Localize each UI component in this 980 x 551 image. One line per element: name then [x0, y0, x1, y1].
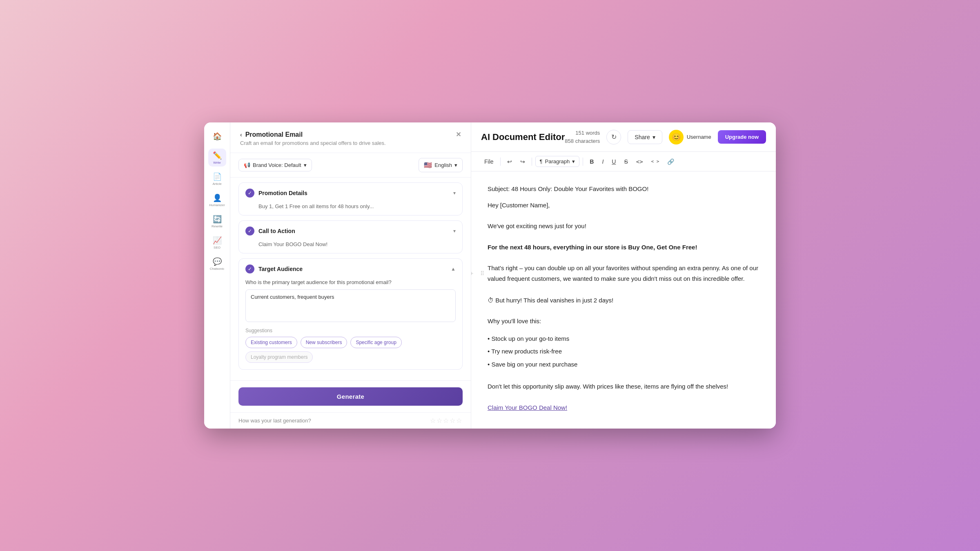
- promotion-preview: Buy 1, Get 1 Free on all items for 48 ho…: [239, 203, 462, 215]
- cta-anchor[interactable]: Claim Your BOGO Deal Now!: [488, 404, 567, 411]
- redo-button[interactable]: ↪: [517, 156, 528, 167]
- spacer-5: [488, 311, 760, 316]
- sidebar-item-chatsonic-label: Chatsonic: [210, 267, 225, 271]
- divider-3: [583, 158, 583, 166]
- check-icon-cta: ✓: [245, 227, 254, 236]
- language-label: English: [434, 162, 452, 168]
- generate-button[interactable]: Generate: [238, 387, 463, 406]
- char-count-value: 858 characters: [565, 137, 600, 145]
- bullet-1: Stock up on your go-to items: [488, 332, 760, 345]
- suggestion-age-group[interactable]: Specific age group: [350, 337, 401, 348]
- share-button[interactable]: Share ▾: [628, 130, 662, 144]
- target-audience-input[interactable]: Current customers, frequent buyers: [245, 289, 456, 322]
- sidebar-item-rewrite-label: Rewrite: [212, 224, 223, 228]
- user-name: Username: [687, 134, 711, 140]
- section-title-row: ✓ Promotion Details: [245, 189, 307, 198]
- format-toolbar: File ↩ ↪ ¶ Paragraph ▾ B I U S <> < > 🔗: [471, 152, 776, 171]
- ta-content: Who is the primary target audience for t…: [239, 279, 462, 369]
- refresh-button[interactable]: ↻: [606, 130, 621, 144]
- italic-button[interactable]: I: [599, 156, 607, 167]
- home-icon: 🏠: [213, 132, 222, 141]
- para-drag-button[interactable]: ⠿: [478, 269, 487, 278]
- sidebar-item-article[interactable]: 📄 Article: [208, 170, 226, 188]
- cta-title: Call to Action: [258, 228, 295, 234]
- left-panel: ‹ Promotional Email ✕ Craft an email for…: [230, 122, 471, 429]
- timer-icon: ⏱: [488, 297, 494, 304]
- suggestion-new-subscribers[interactable]: New subscribers: [301, 337, 347, 348]
- check-icon-promotion: ✓: [245, 189, 254, 198]
- spacer-7: [488, 398, 760, 402]
- para-controls: ＋ ⠿: [471, 269, 487, 278]
- panel-content: ✓ Promotion Details ▾ Buy 1, Get 1 Free …: [230, 178, 471, 380]
- promotion-details-header[interactable]: ✓ Promotion Details ▾: [239, 183, 462, 203]
- greeting-line: Hey [Customer Name],: [488, 200, 760, 211]
- spacer-6: [488, 376, 760, 381]
- language-button[interactable]: 🇺🇸 English ▾: [419, 158, 463, 172]
- suggestions-label: Suggestions: [245, 328, 456, 333]
- paragraph-select[interactable]: ¶ Paragraph ▾: [535, 156, 580, 167]
- cta-title-row: ✓ Call to Action: [245, 227, 295, 236]
- generate-row: Generate: [230, 380, 471, 412]
- urgency-text: But hurry! This deal vanishes in just 2 …: [495, 297, 613, 304]
- promotion-chevron-icon: ▾: [453, 190, 456, 196]
- spacer-2: [488, 237, 760, 242]
- target-audience-header[interactable]: ✓ Target Audience ▲: [239, 259, 462, 279]
- strikethrough-button[interactable]: S: [621, 156, 631, 167]
- sidebar-item-humanizer[interactable]: 👤 Humanizer: [208, 191, 226, 209]
- body-paragraph: ＋ ⠿ That's right – you can double up on …: [488, 263, 760, 284]
- toolbar-row: 📢 Brand Voice: Default ▾ 🇺🇸 English ▾: [230, 153, 471, 178]
- seo-icon: 📈: [213, 236, 222, 245]
- highlight-line: For the next 48 hours, everything in our…: [488, 242, 760, 253]
- file-menu[interactable]: File: [481, 156, 497, 167]
- brand-voice-label: Brand Voice: Default: [253, 162, 301, 168]
- panel-title: Promotional Email: [245, 131, 303, 138]
- opening-line: We've got exciting news just for you!: [488, 221, 760, 231]
- share-chevron-icon: ▾: [653, 134, 655, 140]
- share-label: Share: [635, 134, 650, 140]
- inline-code-button[interactable]: <>: [633, 156, 646, 167]
- sidebar-item-chatsonic[interactable]: 💬 Chatsonic: [208, 255, 226, 273]
- sidebar-item-seo[interactable]: 📈 SEO: [208, 233, 226, 251]
- subject-line: Subject: 48 Hours Only: Double Your Favo…: [488, 184, 760, 194]
- back-arrow-icon: ‹: [240, 131, 242, 138]
- link-button[interactable]: 🔗: [664, 156, 677, 167]
- call-to-action-header[interactable]: ✓ Call to Action ▾: [239, 221, 462, 241]
- bullet-2: Try new products risk-free: [488, 345, 760, 358]
- sidebar: 🏠 ✏️ Write 📄 Article 👤 Humanizer 🔄 Rewri…: [204, 122, 230, 429]
- paragraph-icon: ¶: [540, 158, 543, 164]
- spacer-3: [488, 258, 760, 263]
- close-button[interactable]: ✕: [456, 131, 461, 138]
- star-rating[interactable]: ☆☆☆☆☆: [430, 417, 463, 424]
- brand-voice-button[interactable]: 📢 Brand Voice: Default ▾: [238, 159, 312, 171]
- sidebar-item-seo-label: SEO: [214, 246, 220, 249]
- spacer-4: [488, 290, 760, 295]
- urgency-line: ⏱ But hurry! This deal vanishes in just …: [488, 295, 760, 306]
- divider-1: [500, 158, 501, 166]
- promotion-title: Promotion Details: [258, 190, 307, 196]
- underline-button[interactable]: U: [608, 156, 619, 167]
- back-button[interactable]: ‹ Promotional Email ✕: [240, 131, 461, 138]
- sidebar-item-home[interactable]: 🏠: [208, 127, 226, 145]
- ta-chevron-icon: ▲: [451, 266, 456, 272]
- chevron-down-icon: ▾: [304, 162, 307, 168]
- rewrite-icon: 🔄: [213, 215, 222, 224]
- cta-chevron-icon: ▾: [453, 228, 456, 234]
- editor-content: Subject: 48 Hours Only: Double Your Favo…: [471, 171, 776, 429]
- undo-button[interactable]: ↩: [504, 156, 515, 167]
- sidebar-item-write[interactable]: ✏️ Write: [208, 149, 226, 167]
- upgrade-button[interactable]: Upgrade now: [718, 130, 766, 144]
- write-icon: ✏️: [213, 151, 222, 160]
- cta-link: Claim Your BOGO Deal Now!: [488, 402, 760, 413]
- spacer-1: [488, 216, 760, 221]
- body-text: That's right – you can double up on all …: [488, 264, 758, 282]
- suggestion-existing-customers[interactable]: Existing customers: [245, 337, 297, 348]
- right-panel: AI Document Editor 151 words 858 charact…: [471, 122, 776, 429]
- sidebar-item-rewrite[interactable]: 🔄 Rewrite: [208, 212, 226, 230]
- suggestion-loyalty: Loyalty program members: [245, 351, 313, 363]
- para-add-button[interactable]: ＋: [471, 269, 476, 278]
- rating-label: How was your last generation?: [238, 418, 311, 424]
- bold-button[interactable]: B: [586, 156, 597, 167]
- code-block-button[interactable]: < >: [648, 157, 663, 166]
- paragraph-chevron-icon: ▾: [572, 158, 575, 164]
- word-count: 151 words 858 characters: [565, 129, 600, 145]
